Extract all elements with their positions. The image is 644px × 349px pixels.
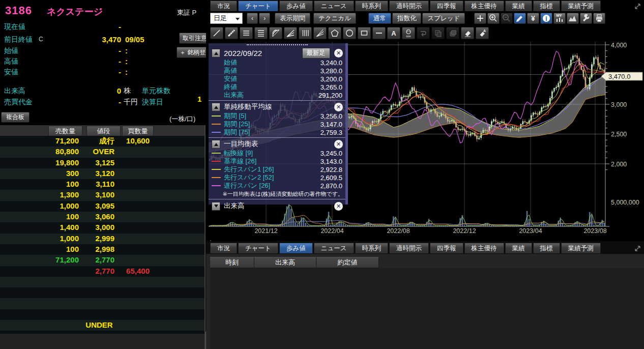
tab-timeseries[interactable]: 時系列 bbox=[355, 243, 389, 253]
mode-通常-button[interactable]: 通常 bbox=[368, 13, 391, 24]
eraser-icon[interactable] bbox=[461, 27, 474, 39]
tab-forecast[interactable]: 業績予測 bbox=[561, 243, 601, 253]
parallel-lines-4-icon[interactable] bbox=[254, 27, 268, 39]
order-book-row[interactable] bbox=[0, 298, 205, 309]
print-icon[interactable] bbox=[593, 13, 605, 24]
next-button[interactable]: › bbox=[259, 13, 270, 24]
info-icon[interactable]: i bbox=[540, 13, 552, 24]
pentagon-icon[interactable] bbox=[328, 27, 341, 39]
order-book-column-buy[interactable]: 買数量 bbox=[122, 126, 154, 136]
order-book-row[interactable]: 1,4003,000 bbox=[0, 222, 205, 233]
yen-icon[interactable]: ¥ bbox=[527, 13, 539, 24]
horizontal-line-icon[interactable] bbox=[372, 27, 386, 39]
prev-button[interactable]: ‹ bbox=[247, 13, 258, 24]
tab-chart[interactable]: チャート bbox=[238, 1, 278, 11]
tab-ticks[interactable]: 歩み値 bbox=[279, 1, 313, 11]
ticks-column-volume[interactable]: 出来高 bbox=[254, 257, 316, 268]
tab-shikiho[interactable]: 四季報 bbox=[430, 243, 463, 253]
display-period-button[interactable]: 表示期間 bbox=[275, 13, 310, 24]
icon-stamp-icon[interactable]: icon bbox=[402, 27, 415, 39]
tab-results[interactable]: 業績 bbox=[505, 1, 532, 11]
zoom-in-icon[interactable] bbox=[487, 13, 500, 24]
collapse-icon[interactable] bbox=[212, 140, 220, 149]
chart-window: 市況チャート歩み値ニュース時系列適時開示四季報株主優待業績指標業績予測 日足 ‹… bbox=[206, 0, 644, 240]
ruler-icon[interactable] bbox=[225, 27, 238, 39]
ticks-column-time[interactable]: 時刻 bbox=[210, 257, 254, 268]
fan-lines-icon[interactable] bbox=[284, 27, 297, 39]
order-book-row[interactable]: 1,3003,100 bbox=[0, 190, 205, 200]
tab-benefits[interactable]: 株主優待 bbox=[464, 243, 504, 253]
collapse-icon[interactable] bbox=[212, 202, 220, 211]
order-book-row[interactable] bbox=[0, 287, 205, 298]
tab-news[interactable]: ニュース bbox=[314, 1, 354, 11]
tab-indicators[interactable]: 指標 bbox=[533, 1, 560, 11]
order-book-row[interactable] bbox=[0, 277, 205, 287]
collapse-icon[interactable] bbox=[212, 103, 220, 111]
add-icon[interactable] bbox=[474, 13, 486, 24]
ticks-column-price[interactable]: 約定値 bbox=[316, 257, 379, 268]
order-book-row[interactable]: 71,2002,770 bbox=[0, 255, 205, 266]
text-label-icon[interactable]: A bbox=[387, 27, 400, 39]
chart-data-overlay-panel[interactable]: 2022/09/22 最新足 ✕ 始値3,240.0高値3,280.0安値3,2… bbox=[209, 43, 348, 205]
settings-wrench-icon[interactable] bbox=[580, 13, 592, 24]
technical-button[interactable]: テクニカル bbox=[313, 13, 356, 24]
speed-lines-icon[interactable] bbox=[313, 27, 327, 39]
vertical-lines-icon[interactable] bbox=[299, 27, 312, 39]
order-book-row[interactable]: 1003,110 bbox=[0, 179, 205, 190]
order-book-row[interactable]: 3003,120 bbox=[0, 168, 205, 179]
composite-board-button[interactable]: 複合板 bbox=[1, 112, 30, 123]
tab-chart[interactable]: チャート bbox=[238, 243, 278, 253]
tab-forecast[interactable]: 業績予測 bbox=[561, 1, 601, 11]
tab-news[interactable]: ニュース bbox=[314, 243, 354, 253]
period-select[interactable]: 日足 bbox=[210, 13, 243, 24]
close-icon[interactable]: ✕ bbox=[334, 49, 343, 57]
order-book-row[interactable]: 1003,060 bbox=[0, 212, 205, 222]
tab-market[interactable]: 市況 bbox=[210, 243, 237, 253]
expand-window-icon[interactable] bbox=[634, 245, 641, 252]
expand-window-icon[interactable] bbox=[634, 3, 641, 10]
tab-results[interactable]: 業績 bbox=[505, 243, 532, 253]
rectangle-icon[interactable] bbox=[358, 27, 371, 39]
fibonacci-arc-icon[interactable] bbox=[269, 27, 282, 39]
sell-qty: 1,000 bbox=[10, 201, 79, 210]
close-icon[interactable]: ✕ bbox=[334, 140, 343, 149]
close-icon[interactable]: ✕ bbox=[334, 202, 343, 211]
order-book-row[interactable]: 80,800OVER bbox=[0, 147, 205, 157]
chart-style-icon[interactable] bbox=[567, 13, 579, 24]
svg-text:A: A bbox=[483, 29, 486, 33]
latest-bar-button[interactable]: 最新足 bbox=[302, 48, 331, 59]
mode-スプレッド-button[interactable]: スプレッド bbox=[422, 13, 465, 24]
draw-pencil-icon[interactable] bbox=[514, 13, 526, 24]
tab-ticks[interactable]: 歩み値 bbox=[279, 243, 313, 253]
mode-指数化-button[interactable]: 指数化 bbox=[392, 13, 422, 24]
order-book-row[interactable]: 1,0002,999 bbox=[0, 234, 205, 244]
tab-indicators[interactable]: 指標 bbox=[533, 243, 560, 253]
order-book-column-price[interactable]: 値段 bbox=[86, 126, 121, 136]
add-symbol-button[interactable]: ＋ 銘柄登 bbox=[177, 47, 209, 58]
ellipse-icon[interactable] bbox=[343, 27, 356, 39]
close-icon[interactable]: ✕ bbox=[334, 103, 343, 111]
order-book-row[interactable]: 71,200成行10,600 bbox=[0, 136, 205, 147]
info-unit: 株 bbox=[124, 86, 141, 96]
order-book-row[interactable] bbox=[0, 309, 205, 320]
trendline-icon[interactable] bbox=[210, 27, 223, 39]
tab-disclosure[interactable]: 適時開示 bbox=[389, 1, 429, 11]
order-book-row[interactable]: 1002,998 bbox=[0, 244, 205, 255]
tab-market[interactable]: 市況 bbox=[210, 1, 237, 11]
order-book-row[interactable]: UNDER bbox=[0, 320, 205, 331]
tab-disclosure[interactable]: 適時開示 bbox=[389, 243, 429, 253]
order-book-row[interactable]: 19,8003,125 bbox=[0, 158, 205, 168]
order-book-row[interactable]: 2,77065,400 bbox=[0, 266, 205, 277]
tab-timeseries[interactable]: 時系列 bbox=[355, 1, 389, 11]
ticks-table-body[interactable] bbox=[210, 268, 644, 349]
my-chart-icon[interactable]: MY bbox=[553, 13, 566, 24]
parallel-lines-3-icon[interactable] bbox=[240, 27, 253, 39]
tab-shikiho[interactable]: 四季報 bbox=[430, 1, 463, 11]
collapse-icon[interactable] bbox=[212, 49, 220, 57]
order-book-row[interactable]: 1,0003,095 bbox=[0, 201, 205, 212]
order-book-column-sell[interactable]: 売数量 bbox=[48, 126, 82, 136]
trade-caution-button[interactable]: 取引注意 bbox=[179, 33, 209, 44]
eraser-all-icon[interactable]: A bbox=[476, 27, 489, 39]
chart-area[interactable]: 4,0003,0002,5002,0005,000,0002021/122022… bbox=[206, 41, 644, 237]
tab-benefits[interactable]: 株主優待 bbox=[464, 1, 504, 11]
